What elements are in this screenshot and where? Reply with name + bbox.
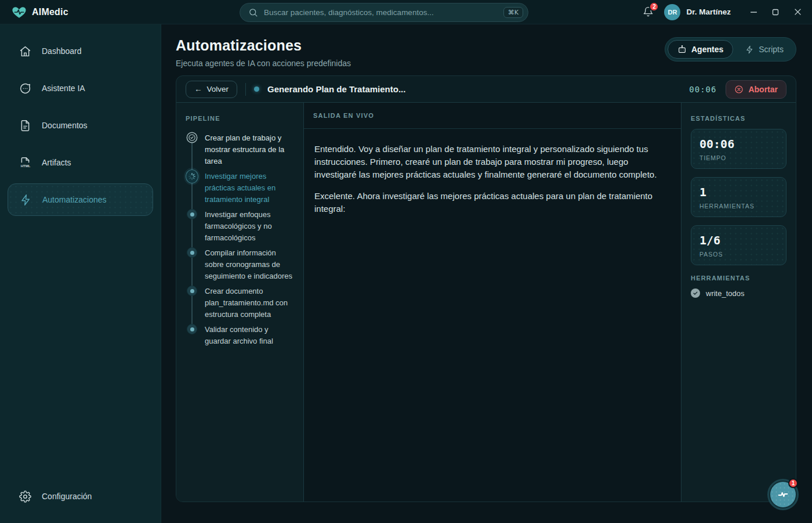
sidebar-item-documentos[interactable]: Documentos: [8, 109, 153, 142]
pipeline-step: Crear documento plan_tratamiento.md con …: [186, 284, 295, 323]
step-pending-icon: [186, 246, 198, 282]
notifications-badge: 2: [649, 2, 659, 12]
back-button-label: Volver: [207, 85, 229, 93]
close-button[interactable]: [793, 8, 802, 16]
sidebar-item-label: Configuración: [42, 492, 92, 501]
avatar[interactable]: DR: [664, 4, 680, 20]
search-input[interactable]: [264, 8, 498, 17]
page-subtitle: Ejecuta agentes de IA con acciones prede…: [176, 59, 351, 68]
stat-label: PASOS: [699, 251, 778, 258]
step-spinner-icon: [186, 169, 198, 205]
step-label: Compilar información sobre cronogramas d…: [205, 246, 295, 282]
close-icon: [794, 8, 802, 16]
lightning-icon: [745, 45, 754, 54]
assistant-fab[interactable]: 1: [767, 479, 799, 510]
stats-title: ESTADÍSTICAS: [691, 115, 786, 122]
fab-badge: 1: [788, 478, 798, 488]
tools-title: HERRAMIENTAS: [691, 275, 786, 282]
run-panel: ← Volver Generando Plan de Tratamiento..…: [176, 75, 796, 502]
tab-label: Agentes: [691, 45, 723, 54]
sidebar-item-configuracion[interactable]: Configuración: [8, 480, 153, 513]
abort-button[interactable]: Abortar: [726, 80, 786, 99]
run-title: Generando Plan de Tratamiento...: [267, 84, 405, 94]
pipeline-step: Validar contenido y guardar archivo fina…: [186, 323, 295, 349]
stat-value: 1/6: [699, 233, 778, 247]
step-label: Crear documento plan_tratamiento.md con …: [205, 284, 295, 320]
gear-icon: [19, 490, 31, 503]
output-paragraph: Excelente. Ahora investigaré las mejores…: [314, 190, 670, 215]
step-label: Validar contenido y guardar archivo fina…: [205, 323, 295, 347]
sidebar: Dashboard Asistente IA Documentos HTML A…: [0, 24, 161, 523]
live-output-body[interactable]: Entendido. Voy a diseñar un plan de trat…: [304, 129, 681, 239]
document-icon: [19, 119, 31, 132]
running-status-dot: [254, 86, 259, 92]
robot-icon: [677, 45, 687, 54]
maximize-button[interactable]: [771, 8, 780, 16]
run-header: ← Volver Generando Plan de Tratamiento..…: [176, 76, 796, 103]
home-icon: [19, 45, 31, 57]
step-label: Investigar enfoques farmacológicos y no …: [205, 208, 295, 244]
pipeline-step: Compilar información sobre cronogramas d…: [186, 246, 295, 284]
notifications-button[interactable]: 2: [641, 5, 655, 19]
html-file-icon: HTML: [19, 156, 31, 169]
pipeline-step: Investigar enfoques farmacológicos y no …: [186, 208, 295, 246]
back-button[interactable]: ← Volver: [186, 81, 237, 98]
step-done-icon: [186, 131, 198, 167]
stat-label: TIEMPO: [699, 154, 778, 161]
maximize-icon: [772, 9, 779, 16]
window-controls: [749, 8, 802, 16]
stat-card-tiempo: 00:06 TIEMPO: [691, 129, 786, 169]
sidebar-item-dashboard[interactable]: Dashboard: [8, 35, 153, 67]
svg-text:HTML: HTML: [20, 164, 30, 168]
stat-label: HERRAMIENTAS: [699, 203, 778, 210]
tab-agentes[interactable]: Agentes: [668, 40, 733, 59]
tab-label: Scripts: [759, 45, 784, 54]
sidebar-item-label: Automatizaciones: [42, 195, 107, 204]
step-label: Crear plan de trabajo y mostrar estructu…: [205, 131, 295, 167]
search-icon: [248, 8, 258, 17]
pipeline-panel: PIPELINE Crear plan de trabajo y mostrar…: [176, 103, 304, 502]
sidebar-item-asistente-ia[interactable]: Asistente IA: [8, 72, 153, 104]
minimize-button[interactable]: [749, 8, 757, 16]
search-shortcut-badge: ⌘K: [503, 7, 523, 18]
sidebar-item-label: Asistente IA: [42, 84, 85, 93]
sidebar-item-label: Documentos: [42, 121, 88, 130]
heart-pulse-logo-icon: [12, 5, 27, 20]
step-pending-icon: [186, 284, 198, 320]
stat-card-pasos: 1/6 PASOS: [691, 225, 786, 265]
stat-card-herramientas: 1 HERRAMIENTAS: [691, 177, 786, 217]
arrow-left-icon: ←: [194, 85, 202, 93]
stat-value: 1: [699, 185, 778, 199]
sidebar-item-label: Dashboard: [42, 46, 82, 56]
sidebar-item-automatizaciones[interactable]: Automatizaciones: [8, 183, 153, 216]
app-brand: AIMedic: [0, 5, 68, 20]
live-output-panel: SALIDA EN VIVO Entendido. Voy a diseñar …: [304, 103, 681, 502]
tab-scripts[interactable]: Scripts: [735, 40, 793, 59]
pipeline-title: PIPELINE: [186, 115, 295, 122]
page-title: Automatizaciones: [176, 37, 351, 54]
user-name: Dr. Martínez: [686, 8, 731, 16]
app-name: AIMedic: [32, 7, 68, 17]
lightning-icon: [19, 193, 32, 206]
tool-list-item: write_todos: [691, 288, 786, 298]
view-switcher: Agentes Scripts: [665, 37, 796, 62]
sidebar-item-artifacts[interactable]: HTML Artifacts: [8, 146, 153, 179]
step-label: Investigar mejores prácticas actuales en…: [205, 169, 295, 205]
main-content: Automatizaciones Ejecuta agentes de IA c…: [161, 24, 812, 523]
run-timer: 00:06: [689, 85, 716, 94]
topbar: AIMedic ⌘K 2 DR Dr. Martínez: [0, 0, 812, 24]
activity-pulse-icon: [777, 488, 789, 501]
tool-name: write_todos: [706, 289, 744, 298]
global-search[interactable]: ⌘K: [240, 3, 528, 22]
stat-value: 00:06: [699, 137, 778, 151]
abort-button-label: Abortar: [748, 85, 778, 94]
circle-x-icon: [734, 85, 744, 94]
pipeline-steps: Crear plan de trabajo y mostrar estructu…: [186, 131, 295, 349]
pipeline-step: Crear plan de trabajo y mostrar estructu…: [186, 131, 295, 169]
divider: [245, 83, 246, 96]
step-pending-icon: [186, 323, 198, 347]
topbar-right: 2 DR Dr. Martínez: [641, 4, 812, 20]
sidebar-item-label: Artifacts: [42, 158, 71, 167]
minimize-icon: [750, 8, 757, 16]
live-output-title: SALIDA EN VIVO: [313, 112, 374, 119]
